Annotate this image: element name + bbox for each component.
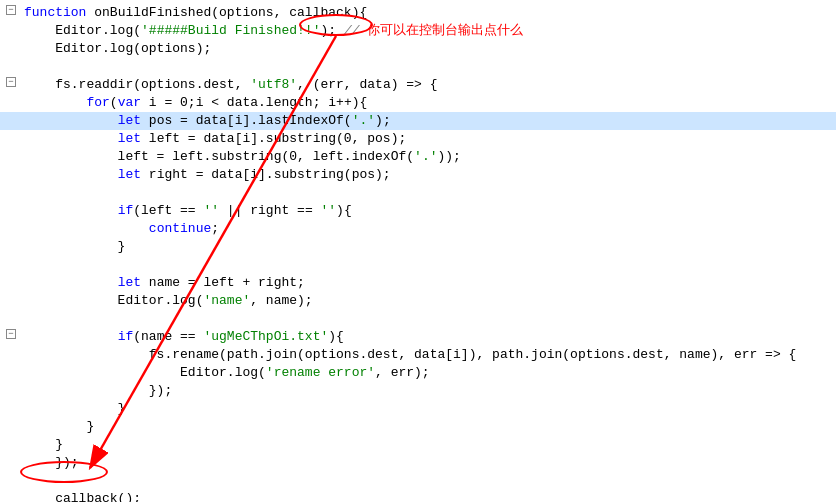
gutter-18 <box>0 310 22 311</box>
gutter-28 <box>0 490 22 491</box>
line-22: }); <box>0 382 836 400</box>
line-19: − if(name == 'ugMeCThpOi.txt'){ <box>0 328 836 346</box>
line-content-18 <box>22 310 836 328</box>
line-20: fs.rename(path.join(options.dest, data[i… <box>0 346 836 364</box>
gutter-19[interactable]: − <box>0 328 22 339</box>
gutter-2 <box>0 22 22 23</box>
line-25: } <box>0 436 836 454</box>
line-18 <box>0 310 836 328</box>
line-content-1: function onBuildFinished(options, callba… <box>22 4 836 22</box>
gutter-7 <box>0 112 22 113</box>
gutter-20 <box>0 346 22 347</box>
line-content-12: if(left == '' || right == ''){ <box>22 202 836 220</box>
line-8: let left = data[i].substring(0, pos); <box>0 130 836 148</box>
gutter-9 <box>0 148 22 149</box>
line-content-6: for(var i = 0;i < data.length; i++){ <box>22 94 836 112</box>
line-2: Editor.log('#####Build Finished!!'); // … <box>0 22 836 40</box>
line-content-9: left = left.substring(0, left.indexOf('.… <box>22 148 836 166</box>
line-6: for(var i = 0;i < data.length; i++){ <box>0 94 836 112</box>
gutter-23 <box>0 400 22 401</box>
gutter-17 <box>0 292 22 293</box>
gutter-25 <box>0 436 22 437</box>
line-content-26: }); <box>22 454 836 472</box>
line-content-4 <box>22 58 836 76</box>
line-14: } <box>0 238 836 256</box>
line-15 <box>0 256 836 274</box>
gutter-26 <box>0 454 22 455</box>
gutter-15 <box>0 256 22 257</box>
line-content-15 <box>22 256 836 274</box>
line-7: let pos = data[i].lastIndexOf('.'); <box>0 112 836 130</box>
gutter-6 <box>0 94 22 95</box>
line-17: Editor.log('name', name); <box>0 292 836 310</box>
gutter-14 <box>0 238 22 239</box>
line-content-10: let right = data[i].substring(pos); <box>22 166 836 184</box>
line-content-11 <box>22 184 836 202</box>
line-content-25: } <box>22 436 836 454</box>
code-editor: − function onBuildFinished(options, call… <box>0 0 836 502</box>
line-4 <box>0 58 836 76</box>
gutter-16 <box>0 274 22 275</box>
gutter-27 <box>0 472 22 473</box>
gutter-12 <box>0 202 22 203</box>
line-11 <box>0 184 836 202</box>
collapse-icon-5[interactable]: − <box>6 77 16 87</box>
line-3: Editor.log(options); <box>0 40 836 58</box>
line-content-3: Editor.log(options); <box>22 40 836 58</box>
line-content-14: } <box>22 238 836 256</box>
line-content-8: let left = data[i].substring(0, pos); <box>22 130 836 148</box>
line-content-5: fs.readdir(options.dest, 'utf8', (err, d… <box>22 76 836 94</box>
line-content-27 <box>22 472 836 490</box>
line-23: } <box>0 400 836 418</box>
line-content-19: if(name == 'ugMeCThpOi.txt'){ <box>22 328 836 346</box>
line-content-22: }); <box>22 382 836 400</box>
line-content-16: let name = left + right; <box>22 274 836 292</box>
gutter-21 <box>0 364 22 365</box>
line-content-28: callback(); <box>22 490 836 502</box>
line-27 <box>0 472 836 490</box>
line-9: left = left.substring(0, left.indexOf('.… <box>0 148 836 166</box>
line-28: callback(); <box>0 490 836 502</box>
line-12: if(left == '' || right == ''){ <box>0 202 836 220</box>
gutter-24 <box>0 418 22 419</box>
line-13: continue; <box>0 220 836 238</box>
line-24: } <box>0 418 836 436</box>
line-content-2: Editor.log('#####Build Finished!!'); // … <box>22 22 836 40</box>
line-16: let name = left + right; <box>0 274 836 292</box>
line-26: }); <box>0 454 836 472</box>
line-content-23: } <box>22 400 836 418</box>
gutter-22 <box>0 382 22 383</box>
gutter-8 <box>0 130 22 131</box>
gutter-11 <box>0 184 22 185</box>
code-area: − function onBuildFinished(options, call… <box>0 0 836 502</box>
gutter-13 <box>0 220 22 221</box>
line-content-17: Editor.log('name', name); <box>22 292 836 310</box>
line-content-7: let pos = data[i].lastIndexOf('.'); <box>22 112 836 130</box>
collapse-icon-19[interactable]: − <box>6 329 16 339</box>
gutter-4 <box>0 58 22 59</box>
line-10: let right = data[i].substring(pos); <box>0 166 836 184</box>
line-content-21: Editor.log('rename error', err); <box>22 364 836 382</box>
line-21: Editor.log('rename error', err); <box>0 364 836 382</box>
line-content-24: } <box>22 418 836 436</box>
gutter-10 <box>0 166 22 167</box>
line-1: − function onBuildFinished(options, call… <box>0 4 836 22</box>
collapse-icon-1[interactable]: − <box>6 5 16 15</box>
line-content-20: fs.rename(path.join(options.dest, data[i… <box>22 346 836 364</box>
gutter-5[interactable]: − <box>0 76 22 87</box>
line-5: − fs.readdir(options.dest, 'utf8', (err,… <box>0 76 836 94</box>
line-content-13: continue; <box>22 220 836 238</box>
gutter-1[interactable]: − <box>0 4 22 15</box>
gutter-3 <box>0 40 22 41</box>
